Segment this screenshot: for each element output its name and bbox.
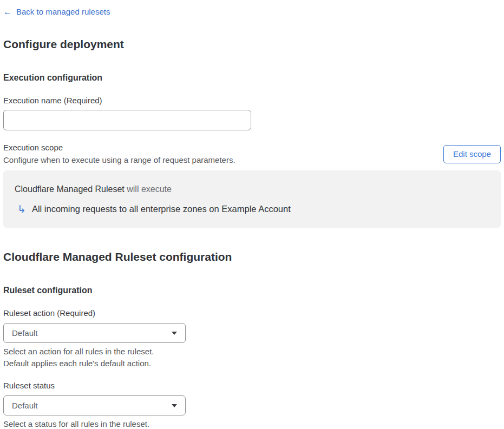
ruleset-status-select[interactable]: Default <box>3 395 186 415</box>
execution-summary-panel: Cloudflare Managed Ruleset will execute … <box>3 170 501 228</box>
summary-line-1: Cloudflare Managed Ruleset will execute <box>15 183 489 195</box>
ruleset-configuration-section-title: Cloudflare Managed Ruleset configuration <box>3 250 501 264</box>
execution-configuration-heading: Execution configuration <box>3 72 501 83</box>
ruleset-action-value: Default <box>12 328 38 338</box>
caret-down-icon <box>172 332 177 335</box>
ruleset-status-help: Select a status for all rules in the rul… <box>3 418 501 429</box>
execution-name-input[interactable] <box>3 110 251 130</box>
configure-deployment-page: ← Back to managed rulesets Configure dep… <box>0 0 504 429</box>
back-to-managed-rulesets-link[interactable]: ← Back to managed rulesets <box>3 6 110 17</box>
summary-ruleset-name: Cloudflare Managed Ruleset <box>15 184 125 194</box>
ruleset-action-help-line1: Select an action for all rules in the ru… <box>3 346 501 358</box>
ruleset-action-label: Ruleset action (Required) <box>3 308 501 318</box>
execution-scope-text: Execution scope Configure when to execut… <box>3 142 235 166</box>
back-link-label: Back to managed rulesets <box>16 6 110 17</box>
ruleset-action-help-line2: Default applies each rule's default acti… <box>3 358 501 369</box>
page-title: Configure deployment <box>3 37 501 51</box>
edit-scope-button[interactable]: Edit scope <box>443 145 501 163</box>
ruleset-status-label: Ruleset status <box>3 380 501 391</box>
summary-will-execute: will execute <box>125 184 172 194</box>
execution-scope-row: Execution scope Configure when to execut… <box>3 142 501 166</box>
left-arrow-icon: ← <box>3 6 12 17</box>
ruleset-configuration-heading: Ruleset configuration <box>3 285 501 296</box>
execution-name-label: Execution name (Required) <box>3 95 501 105</box>
corner-arrow-icon: ↳ <box>17 203 26 215</box>
ruleset-action-help: Select an action for all rules in the ru… <box>3 346 501 369</box>
ruleset-action-select[interactable]: Default <box>3 323 186 343</box>
summary-scope-text: All incoming requests to all enterprise … <box>32 203 291 215</box>
execution-scope-description: Configure when to execute using a range … <box>3 155 235 166</box>
caret-down-icon <box>172 404 177 407</box>
ruleset-status-value: Default <box>12 401 38 410</box>
execution-scope-label: Execution scope <box>3 142 235 153</box>
summary-line-2: ↳ All incoming requests to all enterpris… <box>15 203 489 215</box>
